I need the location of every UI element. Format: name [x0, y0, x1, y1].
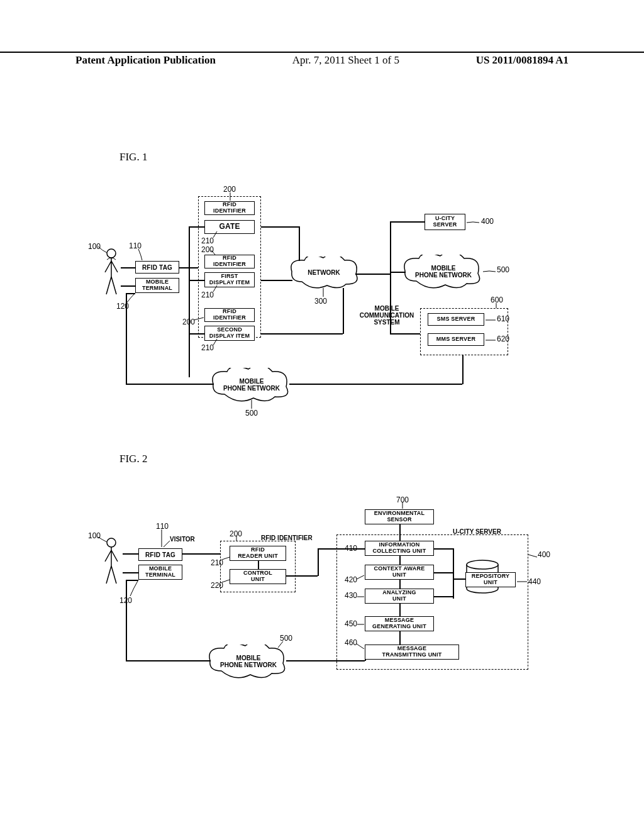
- cloud-mobile-net-right-label: MOBILE PHONE NETWORK: [402, 265, 484, 279]
- svg-point-2: [467, 560, 498, 569]
- ref-400: 400: [481, 217, 494, 226]
- header-right: US 2011/0081894 A1: [476, 54, 569, 67]
- box-analyzing: ANALYZING UNIT: [365, 589, 434, 604]
- box-rfid-tag: RFID TAG: [135, 261, 179, 274]
- box-context-aware: CONTEXT AWARE UNIT: [365, 565, 434, 580]
- page: Patent Application Publication Apr. 7, 2…: [0, 0, 644, 830]
- cloud-mobile-net: MOBILE PHONE NETWORK: [208, 645, 289, 679]
- box-ucity-server: U-CITY SERVER: [425, 214, 465, 230]
- page-header: Patent Application Publication Apr. 7, 2…: [0, 52, 644, 67]
- header-left: Patent Application Publication: [75, 54, 216, 67]
- label-visitor: VISITOR: [170, 536, 195, 543]
- box-mms-server: MMS SERVER: [428, 333, 484, 346]
- label-rfid-identifier: RFID IDENTIFIER: [261, 534, 313, 541]
- ref-500b: 500: [245, 409, 258, 418]
- fig2-label: FIG. 2: [119, 453, 147, 465]
- box-rfid-id-mid: RFID IDENTIFIER: [204, 255, 255, 268]
- cloud-mobile-net-label: MOBILE PHONE NETWORK: [208, 655, 289, 668]
- label-ucity-server: U-CITY SERVER: [453, 528, 501, 535]
- label-mobile-comm: MOBILE COMMUNICATION SYSTEM: [352, 305, 421, 326]
- box-rfid-id-top: RFID IDENTIFIER: [204, 201, 255, 215]
- ref-620: 620: [497, 335, 509, 343]
- ref-450: 450: [345, 619, 357, 628]
- person-icon: [101, 538, 122, 589]
- box-mobile-terminal: MOBILE TERMINAL: [138, 565, 182, 580]
- cloud-mobile-net-right: MOBILE PHONE NETWORK: [402, 255, 484, 289]
- box-sms-server: SMS SERVER: [428, 313, 484, 326]
- fig1-diagram: 100 RFID TAG MOBILE TERMINAL 110 120 RFI…: [88, 182, 566, 434]
- ref-500a: 500: [497, 265, 509, 274]
- ref-300: 300: [314, 297, 327, 306]
- box-rfid-id-bot: RFID IDENTIFIER: [204, 308, 255, 322]
- ref-400: 400: [538, 550, 550, 559]
- box-rfid-tag: RFID TAG: [138, 548, 182, 561]
- box-env-sensor: ENVIRONMENTAL SENSOR: [365, 509, 434, 524]
- ref-460: 460: [345, 638, 357, 647]
- ref-610: 610: [497, 314, 509, 323]
- box-repository: REPOSITORY UNIT: [465, 572, 516, 587]
- box-msg-trans: MESSAGE TRANSMITTING UNIT: [365, 645, 459, 660]
- box-mobile-terminal: MOBILE TERMINAL: [135, 278, 179, 293]
- box-info-collecting: INFORMATION COLLECTING UNIT: [365, 541, 434, 556]
- ref-440: 440: [528, 577, 541, 586]
- box-control-unit: CONTROL UNIT: [230, 569, 286, 584]
- cloud-network-label: NETWORK: [289, 269, 358, 276]
- cloud-network: NETWORK: [289, 257, 358, 291]
- fig2-diagram: 100 RFID TAG MOBILE TERMINAL 110 120 VIS…: [88, 490, 566, 742]
- person-icon: [101, 248, 122, 300]
- box-msg-gen: MESSAGE GENERATING UNIT: [365, 616, 434, 631]
- cloud-mobile-net-bottom-label: MOBILE PHONE NETWORK: [211, 378, 292, 392]
- ref-430: 430: [345, 591, 357, 600]
- cloud-mobile-net-bottom: MOBILE PHONE NETWORK: [211, 368, 292, 402]
- box-rfid-reader: RFID READER UNIT: [230, 546, 286, 561]
- header-center: Apr. 7, 2011 Sheet 1 of 5: [292, 54, 399, 67]
- ref-420: 420: [345, 575, 357, 584]
- fig1-label: FIG. 1: [119, 151, 147, 163]
